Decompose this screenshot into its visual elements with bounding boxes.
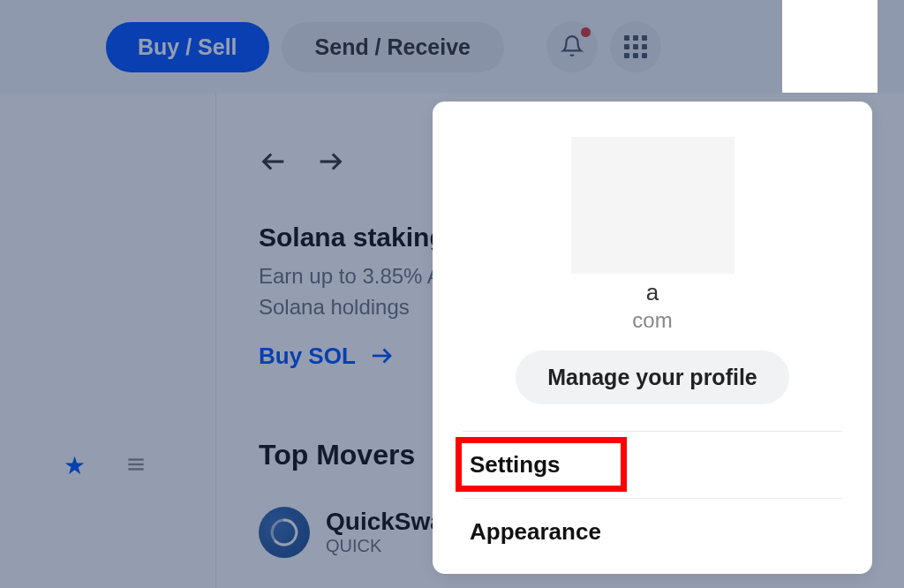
- sidebar: ★: [0, 94, 216, 588]
- mover-name: QuickSwa: [326, 508, 444, 536]
- notification-dot-icon: [581, 27, 591, 37]
- mover-symbol: QUICK: [326, 536, 444, 556]
- buy-sell-button[interactable]: Buy / Sell: [106, 22, 269, 72]
- apps-button[interactable]: [610, 21, 661, 72]
- bell-icon: [561, 34, 584, 60]
- topbar: Buy / Sell Send / Receive: [0, 0, 904, 94]
- star-icon[interactable]: ★: [64, 451, 86, 480]
- buy-sol-link[interactable]: Buy SOL: [259, 343, 395, 370]
- send-receive-button[interactable]: Send / Receive: [282, 22, 504, 72]
- arrow-right-icon: [368, 343, 395, 369]
- menu-item-appearance[interactable]: Appearance: [463, 498, 842, 565]
- apps-grid-icon: [624, 35, 647, 58]
- menu-item-settings[interactable]: Settings: [463, 431, 842, 498]
- quickswap-icon: [259, 507, 310, 558]
- dropdown-menu: Settings Appearance: [463, 431, 842, 565]
- notifications-button[interactable]: [546, 21, 598, 72]
- arrow-right-icon[interactable]: [315, 147, 345, 180]
- profile-name: a: [646, 279, 659, 306]
- list-view-icon[interactable]: [124, 453, 147, 479]
- profile-email: com: [632, 308, 672, 333]
- manage-profile-button[interactable]: Manage your profile: [516, 351, 789, 404]
- profile-dropdown: a com Manage your profile Settings Appea…: [433, 102, 872, 574]
- profile-image: [571, 137, 734, 274]
- avatar-button[interactable]: [782, 0, 878, 93]
- arrow-left-icon[interactable]: [259, 147, 289, 180]
